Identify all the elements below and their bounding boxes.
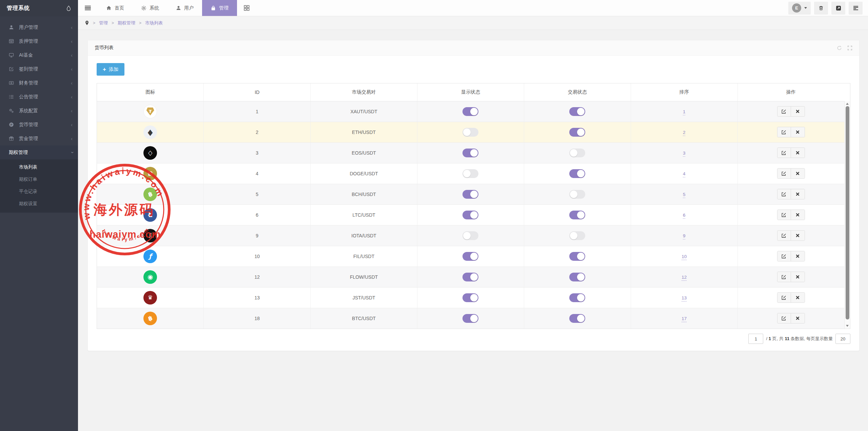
scrollbar-thumb[interactable] bbox=[846, 106, 849, 319]
sort-link[interactable]: 10 bbox=[682, 254, 687, 260]
list-button[interactable] bbox=[849, 2, 863, 15]
sidebar-item[interactable]: 公告管理 ‹ bbox=[0, 90, 78, 104]
display-status-toggle[interactable] bbox=[462, 314, 478, 323]
display-status-toggle[interactable] bbox=[462, 231, 478, 240]
close-icon bbox=[796, 130, 800, 134]
delete-button[interactable] bbox=[791, 106, 805, 116]
delete-button[interactable] bbox=[791, 293, 805, 302]
display-status-toggle[interactable] bbox=[462, 252, 478, 261]
edit-button[interactable] bbox=[777, 313, 791, 323]
trade-status-toggle[interactable] bbox=[569, 293, 585, 302]
sort-link[interactable]: 6 bbox=[683, 213, 686, 219]
user-menu-button[interactable]: E bbox=[788, 2, 811, 15]
trade-status-toggle[interactable] bbox=[569, 149, 585, 157]
delete-button[interactable] bbox=[791, 189, 805, 199]
edit-button[interactable] bbox=[777, 106, 791, 116]
display-status-toggle[interactable] bbox=[462, 128, 478, 137]
column-header: 市场交易对 bbox=[311, 83, 417, 101]
delete-button[interactable] bbox=[791, 251, 805, 261]
display-status-toggle[interactable] bbox=[462, 107, 478, 116]
sidebar-item[interactable]: AI基金 ‹ bbox=[0, 48, 78, 62]
scroll-down-icon[interactable] bbox=[845, 324, 850, 328]
sidebar-item[interactable]: P 货币管理 ‹ bbox=[0, 118, 78, 132]
display-status-toggle[interactable] bbox=[462, 293, 478, 302]
delete-button[interactable] bbox=[791, 169, 805, 178]
sidebar-subitem[interactable]: 平仓记录 bbox=[0, 185, 78, 198]
sort-link[interactable]: 4 bbox=[683, 171, 686, 177]
sort-link[interactable]: 5 bbox=[683, 192, 686, 198]
display-status-toggle[interactable] bbox=[462, 149, 478, 157]
display-status-toggle[interactable] bbox=[462, 273, 478, 281]
breadcrumb-link[interactable]: 市场列表 bbox=[145, 20, 163, 26]
sort-link[interactable]: 9 bbox=[683, 233, 686, 239]
delete-button[interactable] bbox=[791, 210, 805, 220]
display-status-toggle[interactable] bbox=[462, 211, 478, 219]
close-icon bbox=[796, 275, 800, 279]
delete-button[interactable] bbox=[791, 313, 805, 323]
column-header: 交易状态 bbox=[524, 83, 631, 101]
trade-status-toggle[interactable] bbox=[569, 169, 585, 178]
trade-status-toggle[interactable] bbox=[569, 231, 585, 240]
delete-button[interactable] bbox=[791, 272, 805, 282]
edit-button[interactable] bbox=[777, 251, 791, 261]
hamburger-icon[interactable] bbox=[78, 0, 98, 16]
page-size-input[interactable] bbox=[835, 334, 850, 344]
sidebar-subitem[interactable]: 期权订单 bbox=[0, 173, 78, 185]
edit-button[interactable] bbox=[777, 148, 791, 158]
trade-status-toggle[interactable] bbox=[569, 252, 585, 261]
edit-button[interactable] bbox=[777, 127, 791, 137]
nav-tab[interactable]: 首页 bbox=[98, 0, 133, 16]
trade-status-toggle[interactable] bbox=[569, 107, 585, 116]
refresh-icon[interactable] bbox=[837, 45, 842, 51]
edit-button[interactable] bbox=[777, 169, 791, 178]
grid-icon[interactable] bbox=[237, 0, 256, 16]
ltc-coin-icon: Ł bbox=[143, 208, 157, 222]
delete-button[interactable] bbox=[791, 127, 805, 137]
sort-link[interactable]: 3 bbox=[683, 151, 686, 157]
sort-link[interactable]: 1 bbox=[683, 109, 686, 115]
scroll-up-icon[interactable] bbox=[845, 102, 850, 106]
sidebar-subitem[interactable]: 市场列表 bbox=[0, 161, 78, 173]
display-status-toggle[interactable] bbox=[462, 169, 478, 178]
edit-button[interactable] bbox=[777, 293, 791, 302]
trade-status-toggle[interactable] bbox=[569, 211, 585, 219]
expand-icon[interactable] bbox=[847, 45, 852, 51]
page-input[interactable] bbox=[748, 334, 763, 344]
sidebar-item[interactable]: 用户管理 ‹ bbox=[0, 20, 78, 34]
edit-button[interactable] bbox=[777, 189, 791, 199]
nav-tab[interactable]: 管理 bbox=[202, 0, 237, 16]
display-status-toggle[interactable] bbox=[462, 190, 478, 199]
sidebar-submenu: 市场列表 期权订单 平仓记录 期权设置 bbox=[0, 159, 78, 213]
edit-button[interactable] bbox=[777, 210, 791, 220]
sidebar-item[interactable]: 系统配置 ‹ bbox=[0, 104, 78, 118]
trash-button[interactable] bbox=[814, 2, 828, 15]
column-header: 排序 bbox=[631, 83, 737, 101]
sort-link[interactable]: 17 bbox=[682, 316, 687, 322]
delete-button[interactable] bbox=[791, 231, 805, 240]
table-scrollbar[interactable] bbox=[844, 101, 850, 329]
trade-status-toggle[interactable] bbox=[569, 128, 585, 137]
breadcrumb-link[interactable]: 期权管理 bbox=[118, 20, 135, 26]
sidebar-item[interactable]: 签到管理 ‹ bbox=[0, 62, 78, 76]
sort-link[interactable]: 12 bbox=[682, 275, 687, 281]
nav-tab[interactable]: 用户 bbox=[167, 0, 202, 16]
sidebar-item[interactable]: 赏金管理 ‹ bbox=[0, 132, 78, 145]
delete-button[interactable] bbox=[791, 148, 805, 158]
sidebar-subitem[interactable]: 期权设置 bbox=[0, 198, 78, 210]
breadcrumb-link[interactable]: 管理 bbox=[99, 20, 108, 26]
edit-button[interactable] bbox=[777, 272, 791, 282]
trade-status-toggle[interactable] bbox=[569, 273, 585, 281]
trade-status-toggle[interactable] bbox=[569, 314, 585, 323]
edit-icon bbox=[782, 213, 786, 217]
nav-tab[interactable]: 系统 bbox=[133, 0, 167, 16]
add-button[interactable]: + 添加 bbox=[97, 63, 124, 76]
external-link-button[interactable] bbox=[831, 2, 845, 15]
sort-link[interactable]: 13 bbox=[682, 295, 687, 301]
sort-link[interactable]: 2 bbox=[683, 130, 686, 136]
cell-sort: 6 bbox=[631, 204, 737, 225]
sidebar-item[interactable]: 质押管理 ‹ bbox=[0, 34, 78, 48]
trade-status-toggle[interactable] bbox=[569, 190, 585, 199]
sidebar-item[interactable]: 期权管理 ‹ bbox=[0, 145, 78, 159]
edit-button[interactable] bbox=[777, 231, 791, 240]
sidebar-item[interactable]: 财务管理 ‹ bbox=[0, 76, 78, 90]
